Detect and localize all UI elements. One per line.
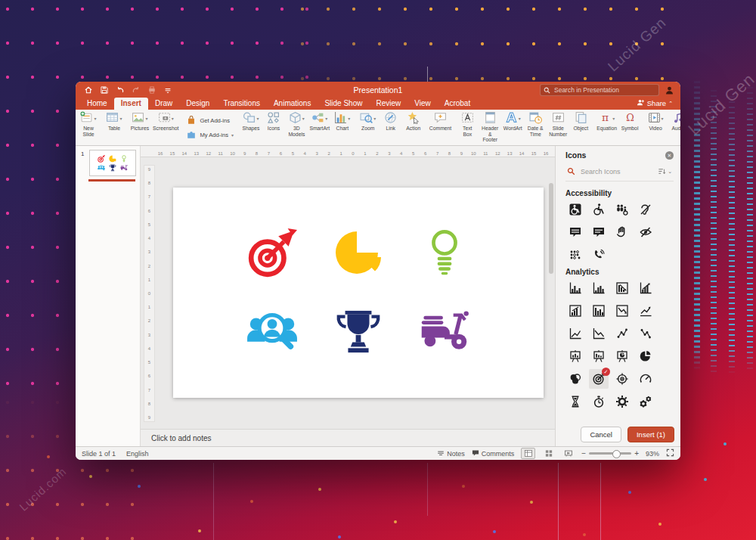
panel-icon-pie-solid[interactable] — [636, 346, 655, 366]
close-icon[interactable]: ✕ — [665, 151, 674, 160]
tab-review[interactable]: Review — [369, 98, 407, 110]
ribbon-button-header-footer[interactable]: Header & Footer — [479, 111, 501, 144]
tab-home[interactable]: Home — [80, 98, 114, 110]
zoom-slider[interactable]: − + — [581, 449, 639, 458]
ribbon-button-comment[interactable]: Comment — [428, 111, 453, 144]
tab-transitions[interactable]: Transitions — [216, 98, 267, 110]
panel-icon-colbars-e[interactable] — [565, 301, 585, 321]
panel-icon-sign-language[interactable] — [612, 222, 632, 242]
panel-icon-gears[interactable] — [636, 392, 655, 411]
panel-icon-scatter-down[interactable] — [636, 324, 655, 343]
ribbon-button-video[interactable]: ▾Video — [644, 111, 667, 144]
panel-icon-scatter-up[interactable] — [612, 324, 632, 343]
panel-icon-wheelchair[interactable] — [589, 200, 609, 219]
panel-icon-board-col-b[interactable] — [589, 346, 609, 366]
account-icon[interactable] — [665, 85, 674, 98]
ribbon-button-zoom[interactable]: ▾Zoom — [357, 111, 380, 144]
tab-slide-show[interactable]: Slide Show — [318, 98, 369, 110]
tab-animations[interactable]: Animations — [267, 98, 318, 110]
panel-icon-line-down-corner[interactable] — [589, 324, 609, 343]
slide-icon-target[interactable] — [246, 228, 298, 279]
notes-toggle[interactable]: Notes — [437, 449, 465, 458]
search-input[interactable] — [553, 85, 655, 95]
panel-icon-colbars-a[interactable] — [565, 278, 585, 298]
panel-icon-hourglass[interactable] — [565, 392, 585, 411]
panel-icon-closed-caption[interactable] — [565, 222, 585, 242]
panel-icon-gauge[interactable] — [636, 369, 655, 389]
panel-icon-board-col[interactable] — [565, 346, 585, 366]
panel-icon-braille[interactable] — [565, 245, 585, 265]
chevron-down-icon[interactable]: ⌄ — [668, 169, 672, 175]
toolbar-options-icon[interactable] — [163, 85, 172, 95]
ribbon-button-text-box[interactable]: Text Box — [456, 111, 479, 144]
panel-icon-line-up-axis[interactable] — [636, 301, 655, 321]
ribbon-button-link[interactable]: Link — [380, 111, 402, 144]
slide-icon-bulb[interactable] — [419, 228, 470, 279]
redo-icon[interactable] — [132, 85, 141, 95]
ribbon-button-my-add-ins[interactable]: My Add-ins▾ — [186, 129, 234, 141]
ribbon-button-shapes[interactable]: ▾Shapes — [240, 111, 262, 144]
slide-icon-scooter[interactable] — [419, 306, 470, 358]
panel-icon-venn[interactable] — [565, 369, 585, 389]
ribbon-button-icons[interactable]: Icons — [262, 111, 285, 144]
slide-sorter-view-button[interactable] — [542, 448, 555, 458]
ribbon-button-action[interactable]: Action — [402, 111, 425, 144]
slide-icon-pie[interactable] — [333, 228, 384, 279]
slideshow-view-button[interactable] — [562, 448, 575, 458]
ribbon-button-smartart[interactable]: ▾SmartArt — [308, 111, 331, 144]
slide-icon-people-search[interactable] — [246, 306, 298, 358]
panel-icon-colbars-c[interactable] — [612, 278, 632, 298]
ribbon-button-table[interactable]: ▾Table — [103, 111, 125, 144]
panel-icon-gear[interactable] — [612, 392, 632, 411]
slide[interactable] — [173, 188, 544, 398]
panel-icon-line-down-frame[interactable] — [612, 301, 632, 321]
ribbon-button-chart[interactable]: ▾Chart — [331, 111, 354, 144]
notes-pane[interactable]: Click to add notes — [141, 429, 555, 446]
panel-icon-colbars-b[interactable] — [589, 278, 609, 298]
ribbon-button-symbol[interactable]: ΩSymbol — [618, 111, 641, 144]
tab-design[interactable]: Design — [179, 98, 216, 110]
panel-icon-partial[interactable] — [589, 413, 609, 421]
ribbon-button-3d-models[interactable]: ▾3D Models — [285, 111, 308, 144]
zoom-slider-knob[interactable] — [612, 450, 621, 458]
slide-icon-trophy[interactable] — [333, 306, 384, 358]
ribbon-button-pictures[interactable]: ▾Pictures — [129, 111, 151, 144]
panel-icon-partial[interactable] — [636, 413, 655, 421]
panel-icon-line-up-corner[interactable] — [565, 324, 585, 343]
ribbon-button-object[interactable]: Object — [569, 111, 592, 144]
save-icon[interactable] — [100, 85, 109, 95]
presentation-search[interactable] — [540, 84, 659, 96]
tab-draw[interactable]: Draw — [148, 98, 179, 110]
panel-icon-stopwatch[interactable] — [589, 392, 609, 411]
panel-icon-closed-caption-2[interactable] — [589, 222, 609, 242]
panel-icon-colbars-f[interactable] — [589, 301, 609, 321]
panel-icon-no-vision[interactable] — [636, 222, 655, 242]
ribbon-button-screenshot[interactable]: ▾Screenshot — [151, 111, 180, 144]
panel-icon-colbars-d[interactable] — [636, 278, 655, 298]
sort-icon[interactable] — [658, 165, 666, 178]
ribbon-button-equation[interactable]: π▾Equation — [595, 111, 618, 144]
panel-icon-wheelchair-solid[interactable] — [565, 200, 585, 219]
tab-view[interactable]: View — [407, 98, 438, 110]
ribbon-button-audio[interactable]: ▾Audio — [667, 111, 680, 144]
icons-search[interactable]: ⌄ — [565, 163, 674, 182]
home-icon[interactable] — [84, 85, 93, 95]
insert-button[interactable]: Insert (1) — [627, 427, 674, 442]
icons-search-input[interactable] — [579, 167, 646, 176]
panel-icon-target-arrow[interactable]: ✓ — [589, 369, 609, 389]
comments-toggle[interactable]: Comments — [472, 449, 515, 458]
ribbon-button-date-time[interactable]: Date & Time — [524, 111, 547, 144]
panel-icon-board-pie[interactable] — [612, 346, 632, 366]
canvas-scrollbar[interactable] — [549, 162, 553, 415]
zoom-percent[interactable]: 93% — [646, 450, 659, 458]
tab-acrobat[interactable]: Acrobat — [438, 98, 477, 110]
share-button[interactable]: Share ⌃ — [637, 98, 673, 108]
panel-icon-crosshair[interactable] — [612, 369, 632, 389]
panel-icon-assistive-phone[interactable] — [589, 245, 609, 265]
print-icon[interactable] — [147, 85, 156, 95]
ribbon-button-new-slide[interactable]: ▾New Slide — [77, 111, 100, 144]
panel-icon-partial[interactable] — [612, 413, 632, 421]
panel-icon-partial[interactable] — [565, 413, 585, 421]
undo-icon[interactable] — [116, 85, 125, 95]
ribbon-button-get-add-ins[interactable]: Get Add-ins — [186, 115, 234, 127]
